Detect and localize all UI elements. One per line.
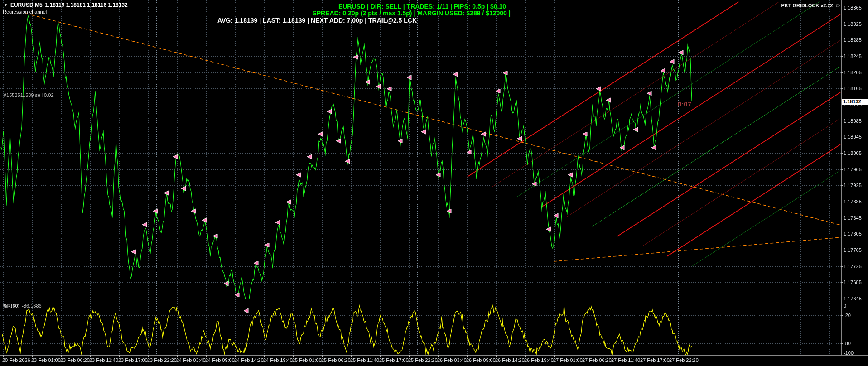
ohlc-values: 1.18119 1.18181 1.18116 1.18132 xyxy=(45,2,128,8)
time-axis-label: 27 Feb 22:20 xyxy=(669,357,699,363)
price-axis-label: 1.18285 xyxy=(844,37,862,43)
time-axis-label: 24 Feb 19:40 xyxy=(263,357,293,363)
wpr-name: %R(60) xyxy=(3,303,19,308)
smiley-icon: ☺ xyxy=(835,2,841,9)
price-axis-label: 1.18365 xyxy=(844,5,862,10)
symbol-header[interactable]: ▼ EURUSD,M5 1.18119 1.18181 1.18116 1.18… xyxy=(4,2,128,8)
candle-countdown: 0:07 xyxy=(678,100,691,108)
price-axis-label: 1.18085 xyxy=(844,118,862,124)
price-axis-label: 1.17685 xyxy=(844,279,862,285)
price-axis-label: 1.17845 xyxy=(844,215,862,221)
status-line-direction: EURUSD | DIR: SELL | TRADES: 1/11 | PIPS… xyxy=(338,3,506,10)
chart-window: ▼ EURUSD,M5 1.18119 1.18181 1.18116 1.18… xyxy=(0,0,868,366)
time-axis-label: 24 Feb 03:40 xyxy=(176,357,206,363)
wpr-axis-label: 0 xyxy=(844,303,846,308)
price-axis-label: 1.17805 xyxy=(844,231,862,236)
symbol-timeframe: EURUSD,M5 xyxy=(10,2,43,8)
time-axis-label: 24 Feb 09:00 xyxy=(205,357,235,363)
status-line-avg: AVG: 1.18139 | LAST: 1.18139 | NEXT ADD:… xyxy=(217,17,417,24)
time-axis-label: 20 Feb 2026 xyxy=(2,357,30,363)
ea-brand-label: PKT GRIDLOCK v2.22 ☺ xyxy=(781,2,841,9)
price-axis-label: 1.18165 xyxy=(844,86,862,91)
time-axis-label: 25 Feb 01:00 xyxy=(292,357,322,363)
status-line-spread: SPREAD: 0.20p (2 pts / max 1.5p) | MARGI… xyxy=(312,10,510,17)
time-axis-label: 26 Feb 14:20 xyxy=(495,357,525,363)
wpr-axis-label: -20 xyxy=(844,313,851,318)
price-axis-label: 1.17725 xyxy=(844,264,862,269)
price-axis-label: 1.18245 xyxy=(844,53,862,59)
trade-line-label[interactable]: #1553511589 sell 0.02 xyxy=(4,92,54,98)
price-axis-label: 1.17965 xyxy=(844,167,862,172)
time-axis-label: 23 Feb 01:00 xyxy=(31,357,61,363)
price-axis-label: 1.17885 xyxy=(844,199,862,204)
price-axis-label: 1.18205 xyxy=(844,70,862,75)
time-axis-label: 26 Feb 03:40 xyxy=(437,357,467,363)
chart-canvas[interactable] xyxy=(0,0,868,366)
time-axis-label: 25 Feb 17:00 xyxy=(379,357,409,363)
price-axis-label: 1.17925 xyxy=(844,183,862,188)
price-axis-label: 1.18045 xyxy=(844,134,862,140)
time-axis-label: 26 Feb 09:00 xyxy=(466,357,496,363)
time-axis-label: 27 Feb 01:00 xyxy=(553,357,583,363)
time-axis-label: 27 Feb 17:00 xyxy=(640,357,670,363)
time-axis-label: 23 Feb 22:20 xyxy=(147,357,177,363)
price-axis-label: 1.18005 xyxy=(844,150,862,156)
time-axis-label: 24 Feb 14:20 xyxy=(234,357,264,363)
time-axis-label: 27 Feb 11:40 xyxy=(611,357,640,363)
indicator-name-label: Regression channel xyxy=(3,9,47,14)
time-axis-label: 26 Feb 19:40 xyxy=(524,357,554,363)
current-price-tag: 1.18132 xyxy=(842,99,868,105)
wpr-axis-label: -100 xyxy=(844,350,854,356)
time-axis-label: 27 Feb 06:20 xyxy=(582,357,612,363)
time-axis-label: 25 Feb 11:40 xyxy=(350,357,379,363)
time-axis-label: 25 Feb 06:20 xyxy=(321,357,351,363)
price-axis-label: 1.17645 xyxy=(844,296,862,301)
price-axis-label: 1.17765 xyxy=(844,247,862,253)
wpr-value: -86.1686 xyxy=(22,303,41,308)
time-axis-label: 23 Feb 17:00 xyxy=(118,357,148,363)
wpr-axis-label: -80 xyxy=(844,341,851,346)
time-axis-label: 23 Feb 11:40 xyxy=(89,357,118,363)
wpr-indicator-label: %R(60)-86.1686 xyxy=(3,303,42,308)
dropdown-icon[interactable]: ▼ xyxy=(4,3,8,7)
time-axis-label: 23 Feb 06:20 xyxy=(60,357,90,363)
ea-brand-text: PKT GRIDLOCK v2.22 xyxy=(781,3,833,8)
time-axis-label: 25 Feb 22:20 xyxy=(408,357,438,363)
price-axis-label: 1.18325 xyxy=(844,21,862,27)
